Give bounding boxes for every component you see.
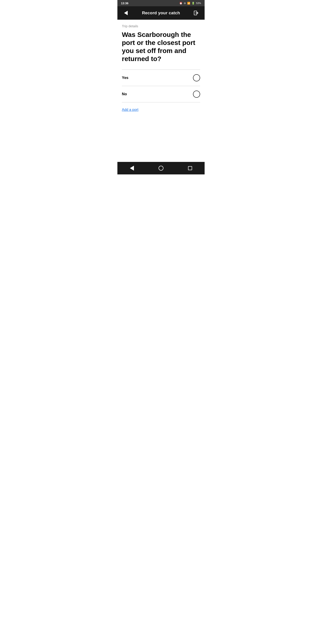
signal-icon: 📶 (187, 2, 190, 5)
status-icons: ⏰ ⊖ 📶 🔋 53% (179, 2, 201, 5)
no-radio[interactable] (193, 90, 200, 98)
battery-percent: 53% (196, 2, 201, 4)
section-label: Trip details (122, 24, 200, 28)
battery-icon: 🔋 (192, 2, 195, 5)
exit-icon (194, 10, 199, 16)
add-port-link[interactable]: Add a port (122, 108, 138, 112)
no-option[interactable]: No (122, 86, 200, 102)
back-arrow-icon (124, 11, 128, 15)
no-label: No (122, 92, 127, 96)
app-bar-title: Record your catch (142, 10, 180, 16)
status-bar: 13:36 ⏰ ⊖ 📶 🔋 53% (118, 0, 204, 6)
status-time: 13:36 (121, 2, 128, 5)
back-button[interactable] (122, 9, 130, 17)
nav-overview-button[interactable] (186, 164, 194, 173)
nav-home-icon (158, 166, 164, 170)
bottom-divider (122, 102, 200, 102)
app-bar: Record your catch (118, 6, 204, 20)
yes-label: Yes (122, 76, 128, 80)
question-heading: Was Scarborough the port or the closest … (122, 31, 200, 63)
nav-overview-icon (188, 166, 192, 170)
do-not-disturb-icon: ⊖ (184, 2, 186, 5)
yes-option[interactable]: Yes (122, 70, 200, 86)
nav-back-icon (130, 166, 134, 170)
main-content: Trip details Was Scarborough the port or… (118, 20, 204, 137)
bottom-nav (118, 162, 204, 174)
alarm-icon: ⏰ (179, 2, 182, 5)
exit-button[interactable] (192, 9, 200, 17)
spacer (118, 137, 204, 162)
nav-home-button[interactable] (156, 164, 166, 173)
yes-radio[interactable] (193, 74, 200, 82)
nav-back-button[interactable] (128, 164, 136, 173)
